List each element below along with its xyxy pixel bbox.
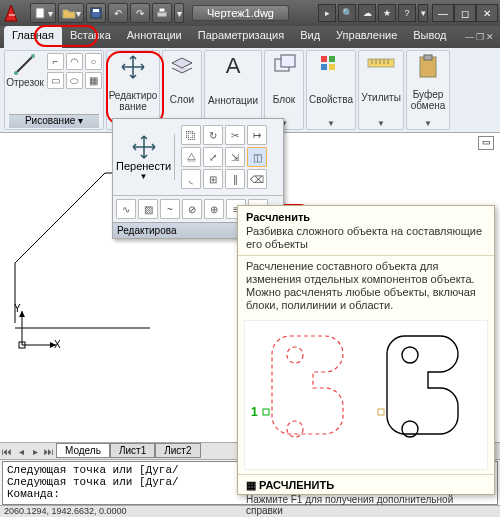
doc-restore-button[interactable]: ❐ — [476, 32, 484, 42]
polyline-icon[interactable]: ⌐ — [47, 53, 64, 70]
arc-icon[interactable]: ◠ — [66, 53, 83, 70]
panel-draw: Отрезок ⌐ ◠ ○ ▭ ⬭ ▦ Рисование ▾ — [4, 50, 104, 130]
maximize-button[interactable]: ◻ — [454, 4, 476, 22]
tooltip: Расчленить Разбивка сложного объекта на … — [237, 205, 495, 495]
svg-rect-13 — [329, 64, 335, 70]
svg-point-29 — [402, 347, 418, 363]
edit-spline-icon[interactable]: ~ — [160, 199, 180, 219]
svg-rect-4 — [159, 8, 165, 12]
ucs-icon: X Y — [14, 303, 64, 353]
quick-access-toolbar: ▾ ▾ ↶ ↷ ▾ — [30, 3, 184, 23]
svg-rect-2 — [93, 9, 99, 12]
erase-icon[interactable]: ⌫ — [247, 169, 267, 189]
array-icon[interactable]: ⊞ — [203, 169, 223, 189]
modify-label: Редактиро вание — [109, 90, 158, 112]
infocenter-dropdown[interactable]: ▾ — [418, 4, 428, 22]
tooltip-illustration: 1 — [244, 320, 488, 470]
ribbon-tabs: Главная Вставка Аннотации Параметризация… — [0, 26, 500, 48]
minimize-button[interactable]: — — [432, 4, 454, 22]
edit-hatch-icon[interactable]: ▨ — [138, 199, 158, 219]
infocenter-search-icon[interactable]: 🔍 — [338, 4, 356, 22]
tab-output[interactable]: Вывод — [405, 26, 454, 48]
trim-icon[interactable]: ✂ — [225, 125, 245, 145]
tab-nav-first[interactable]: ⏮ — [0, 446, 14, 457]
tab-parametric[interactable]: Параметризация — [190, 26, 292, 48]
mirror-icon[interactable]: ⧋ — [181, 147, 201, 167]
tab-nav-prev[interactable]: ◂ — [14, 446, 28, 457]
rectangle-icon[interactable]: ▭ — [47, 72, 64, 89]
break-icon[interactable]: ⊘ — [182, 199, 202, 219]
svg-rect-31 — [263, 409, 269, 415]
help-icon[interactable]: ? — [398, 4, 416, 22]
tooltip-footer: ▦ РАСЧЛЕНИТЬ Нажмите F1 для получения до… — [238, 474, 494, 517]
qat-undo-button[interactable]: ↶ — [108, 3, 128, 23]
svg-rect-12 — [321, 64, 327, 70]
move-flyout-icon[interactable] — [131, 134, 157, 160]
line-icon[interactable] — [13, 53, 37, 77]
tab-view[interactable]: Вид — [292, 26, 328, 48]
qat-redo-button[interactable]: ↷ — [130, 3, 150, 23]
qat-save-button[interactable] — [86, 3, 106, 23]
app-menu-button[interactable] — [2, 2, 26, 24]
tooltip-cmd: РАСЧЛЕНИТЬ — [259, 479, 334, 491]
qat-dropdown[interactable]: ▾ — [174, 3, 184, 23]
scale-icon[interactable]: ⤢ — [203, 147, 223, 167]
qat-new-button[interactable]: ▾ — [30, 3, 56, 23]
offset-icon[interactable]: ‖ — [225, 169, 245, 189]
tab-nav-last[interactable]: ⏭ — [42, 446, 56, 457]
rotate-icon[interactable]: ↻ — [203, 125, 223, 145]
viewport-control-button[interactable]: ▭ — [478, 136, 494, 150]
window-controls: — ◻ ✕ — [432, 4, 498, 22]
measure-icon — [366, 53, 396, 73]
tab-model[interactable]: Модель — [56, 443, 110, 458]
svg-rect-10 — [321, 56, 327, 62]
svg-rect-32 — [378, 409, 384, 415]
line-label: Отрезок — [6, 77, 44, 88]
layers-icon — [169, 53, 195, 77]
block-icon — [271, 53, 297, 77]
tab-home[interactable]: Главная — [4, 26, 62, 48]
svg-point-28 — [287, 421, 303, 437]
annotations-label: Аннотации — [208, 95, 258, 106]
title-bar: ▾ ▾ ↶ ↷ ▾ Чертеж1.dwg ▸ 🔍 ☁ ★ ? ▾ — ◻ ✕ — [0, 0, 500, 26]
tooltip-marker: 1 — [251, 405, 258, 419]
tab-sheet1[interactable]: Лист1 — [110, 443, 155, 458]
explode-icon[interactable]: ◫ — [247, 147, 267, 167]
panel-clipboard[interactable]: Буфер обмена ▼ — [406, 50, 450, 130]
fillet-icon[interactable]: ◟ — [181, 169, 201, 189]
qat-open-button[interactable]: ▾ — [58, 3, 84, 23]
layers-label: Слои — [170, 94, 194, 105]
properties-icon — [318, 53, 344, 77]
qat-print-button[interactable] — [152, 3, 172, 23]
search-field-icon[interactable]: ▸ — [318, 4, 336, 22]
svg-point-7 — [31, 54, 35, 58]
doc-close-button[interactable]: ✕ — [486, 32, 494, 42]
svg-rect-21 — [424, 55, 432, 60]
panel-utilities[interactable]: Утилиты ▼ — [358, 50, 404, 130]
doc-minimize-button[interactable]: — — [465, 32, 474, 42]
block-label: Блок — [273, 94, 295, 105]
tab-sheet2[interactable]: Лист2 — [155, 443, 200, 458]
circle-icon[interactable]: ○ — [85, 53, 102, 70]
favorites-icon[interactable]: ★ — [378, 4, 396, 22]
panel-properties[interactable]: Свойства ▼ — [306, 50, 356, 130]
extend-icon[interactable]: ↦ — [247, 125, 267, 145]
hatch-icon[interactable]: ▦ — [85, 72, 102, 89]
join-icon[interactable]: ⊕ — [204, 199, 224, 219]
panel-draw-title[interactable]: Рисование ▾ — [9, 114, 99, 128]
tab-insert[interactable]: Вставка — [62, 26, 119, 48]
close-button[interactable]: ✕ — [476, 4, 498, 22]
coordinates: 2060.1294, 1942.6632, 0.0000 — [4, 506, 127, 516]
tab-annotate[interactable]: Аннотации — [119, 26, 190, 48]
edit-pline-icon[interactable]: ∿ — [116, 199, 136, 219]
tooltip-help: Нажмите F1 для получения дополнительной … — [246, 494, 486, 516]
subscription-icon[interactable]: ☁ — [358, 4, 376, 22]
tooltip-body: Расчленение составного объекта для измен… — [238, 255, 494, 316]
tab-manage[interactable]: Управление — [328, 26, 405, 48]
tab-nav-next[interactable]: ▸ — [28, 446, 42, 457]
ellipse-icon[interactable]: ⬭ — [66, 72, 83, 89]
stretch-icon[interactable]: ⇲ — [225, 147, 245, 167]
move-flyout-label: Перенести — [116, 160, 171, 172]
axis-y-label: Y — [14, 303, 21, 314]
copy-icon[interactable]: ⿻ — [181, 125, 201, 145]
